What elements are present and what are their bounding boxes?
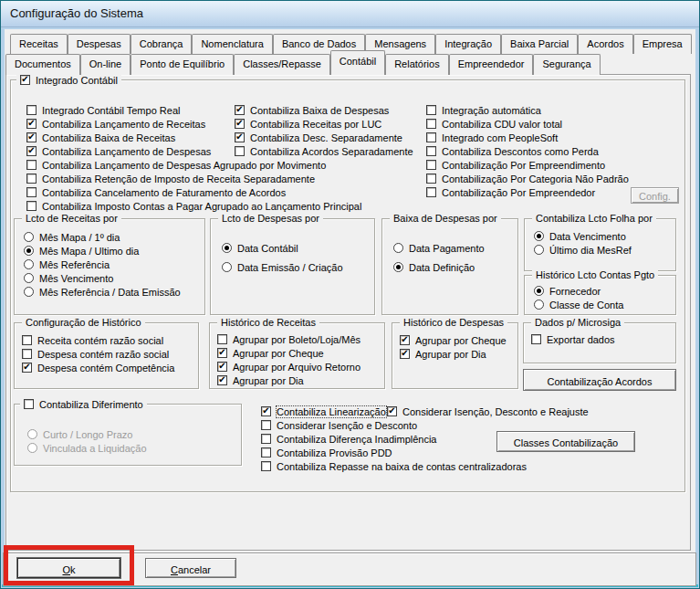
checkbox-icon — [26, 132, 37, 142]
tab-cobranca[interactable]: Cobrança — [131, 34, 193, 54]
option-label: Contabiliza Baixa de Despesas — [250, 105, 389, 116]
radio-icon — [24, 259, 34, 269]
checkbox-icon — [261, 447, 271, 458]
option-label: Mês Mapa / Ultimo dia — [39, 246, 139, 257]
ok-button[interactable]: Ok — [17, 558, 120, 578]
option-label: Contabiliza Cancelamento de Faturamento … — [42, 187, 286, 198]
radio-icon — [534, 231, 544, 241]
tab-classes-repasse[interactable]: Classes/Repasse — [234, 54, 330, 75]
group-configuracao-historico: Configuração de Histórico Receita contém… — [14, 322, 199, 389]
checkbox-icon — [426, 174, 436, 184]
radio-mes-referencia-data-emissao[interactable]: Mês Referência / Data Emissão — [24, 285, 181, 299]
checkbox-icon — [26, 160, 37, 170]
checkbox-contabilizacao-por-categoria-nao-padrao[interactable]: Contabilização Por Categoria Não Padrão — [426, 172, 629, 185]
tab-despesas[interactable]: Despesas — [68, 34, 131, 54]
tab-contabil[interactable]: Contábil — [330, 50, 385, 75]
checkbox-agrupar-por-dia[interactable]: Agrupar por Dia — [217, 373, 360, 387]
radio-data-emissao-criacao[interactable]: Data Emissão / Criação — [222, 260, 343, 274]
tab-empresa[interactable]: Empresa — [633, 34, 692, 54]
radio-icon — [393, 262, 403, 272]
radio-mes-mapa-ultimo-dia[interactable]: Mês Mapa / Ultimo dia — [24, 244, 181, 258]
checkbox-contabiliza-lancamento-de-despesas-agrupado-por-movimento[interactable]: Contabiliza Lançamento de Despesas Agrup… — [26, 158, 361, 172]
option-label: Contabiliza Diferença Inadimplência — [277, 434, 436, 445]
classes-contabilizacao-button[interactable]: Classes Contabilização — [496, 431, 635, 452]
option-label: Despesa contém razão social — [37, 349, 169, 360]
checkbox-integrado-com-peoplesoft[interactable]: Integrado com PeopleSoft — [426, 131, 629, 144]
checkbox-icon — [22, 363, 32, 373]
titlebar[interactable]: Configuração do Sistema — [1, 1, 699, 27]
checkbox-contabiliza-retencao-de-imposto-de-receita-separadamente[interactable]: Contabiliza Retenção de Imposto de Recei… — [26, 172, 361, 185]
radio-mes-vencimento[interactable]: Mês Vencimento — [24, 271, 181, 285]
radio-data-definicao[interactable]: Data Definição — [393, 260, 485, 274]
option-label: Contabiliza Linearização — [277, 406, 386, 417]
checkbox-contabiliza-repasse-na-baixa-de-contas-centralizadoras[interactable]: Contabiliza Repasse na baixa de contas c… — [261, 459, 527, 473]
radio-mes-mapa-1-dia[interactable]: Mês Mapa / 1º dia — [24, 230, 181, 244]
checkbox-contabiliza-baixa-de-despesas[interactable]: Contabiliza Baixa de Despesas — [235, 103, 413, 117]
radio-fornecedor[interactable]: Fornecedor — [534, 284, 623, 298]
tab-nomenclatura[interactable]: Nomenclatura — [192, 34, 272, 54]
tab-empreendedor[interactable]: Empreendedor — [449, 54, 534, 75]
option-label: Contabilização Por Empreendedor — [442, 187, 595, 198]
checkbox-despesa-contem-competencia[interactable]: Despesa contém Competência — [22, 361, 174, 374]
radio-data-pagamento[interactable]: Data Pagamento — [393, 241, 485, 255]
tab-baixa-parcial[interactable]: Baixa Parcial — [501, 34, 578, 54]
checkbox-contabiliza-diferimento[interactable]: Contabiliza Diferimento — [24, 397, 143, 411]
radio-ultimo-dia-mesref[interactable]: Último dia MesRef — [534, 243, 632, 257]
checkbox-icon — [261, 461, 271, 471]
radio-vinculada-a-liquidacao: Vinculada a Liquidação — [27, 441, 147, 455]
checkbox-contabiliza-imposto-contas-a-pagar-agrupado-ao-lancamento-principal[interactable]: Contabiliza Imposto Contas a Pagar Agrup… — [26, 199, 361, 213]
checkbox-contabiliza-provisao-pdd[interactable]: Contabiliza Provisão PDD — [261, 446, 527, 459]
tab-on-line[interactable]: On-line — [80, 54, 131, 75]
checkbox-receita-contem-razao-social[interactable]: Receita contém razão social — [22, 333, 174, 347]
tab-receitas[interactable]: Receitas — [10, 34, 68, 54]
tab-integracao[interactable]: Integração — [435, 34, 501, 54]
group-historico-despesas: Histórico de Despesas Agrupar por Cheque… — [392, 322, 518, 389]
option-label: Contabiliza Acordos Separadamente — [250, 146, 413, 157]
tab-ponto-de-equilibrio[interactable]: Ponto de Equilíbrio — [131, 54, 234, 75]
checkbox-contabiliza-receitas-por-luc[interactable]: Contabiliza Receitas por LUC — [235, 117, 413, 131]
lcto-receitas-options: Mês Mapa / 1º diaMês Mapa / Ultimo diaMê… — [24, 230, 181, 299]
cancel-button[interactable]: Cancelar — [145, 558, 236, 578]
radio-classe-de-conta[interactable]: Classe de Conta — [534, 298, 623, 311]
checkbox-considerar-isencao-desconto-e-reajuste[interactable]: Considerar Isenção, Desconto e Reajuste — [387, 405, 589, 418]
checkbox-contabiliza-descontos-como-perda[interactable]: Contabiliza Descontos como Perda — [426, 144, 629, 158]
checkbox-integracao-automatica[interactable]: Integração automática — [426, 103, 629, 117]
tab-acordos[interactable]: Acordos — [578, 34, 632, 54]
baixa-despesas-options: Data PagamentoData Definição — [393, 241, 485, 274]
group-config-historico-title: Configuração de Histórico — [22, 317, 145, 329]
checkbox-agrupar-por-cheque[interactable]: Agrupar por Cheque — [400, 333, 507, 347]
checkbox-contabiliza-diferenca-inadimplencia[interactable]: Contabiliza Diferença Inadimplência — [261, 432, 527, 446]
group-historico-lcto-contas-pgto: Histórico Lcto Contas Pgto FornecedorCla… — [524, 275, 676, 315]
checkbox-contabiliza-cdu-valor-total[interactable]: Contabiliza CDU valor total — [426, 117, 629, 131]
checkbox-exportar-dados[interactable]: Exportar dados — [531, 332, 615, 346]
option-label: Mês Mapa / 1º dia — [39, 232, 120, 243]
tab-relatorios[interactable]: Relatórios — [385, 54, 449, 75]
group-dados-microsiga: Dados p/ Microsiga Exportar dados — [523, 322, 676, 363]
checkbox-contabiliza-desc-separadamente[interactable]: Contabiliza Desc. Separadamente — [235, 131, 413, 144]
radio-data-vencimento[interactable]: Data Vencimento — [534, 229, 632, 243]
tab-documentos[interactable]: Documentos — [5, 54, 80, 75]
tab-seguranca[interactable]: Segurança — [533, 54, 600, 75]
checkbox-agrupar-por-dia[interactable]: Agrupar por Dia — [400, 347, 507, 361]
radio-icon — [27, 429, 37, 439]
checkbox-contabilizacao-por-empreendedor[interactable]: Contabilização Por Empreendedor — [426, 185, 629, 199]
option-label: Vinculada a Liquidação — [43, 443, 147, 454]
contabilizacao-acordos-button[interactable]: Contabilização Acordos — [523, 369, 676, 391]
checkbox-contabiliza-cancelamento-de-faturamento-de-acordos[interactable]: Contabiliza Cancelamento de Faturamento … — [26, 185, 361, 199]
checkbox-icon — [387, 406, 397, 416]
checkbox-icon — [261, 434, 271, 444]
checkbox-contabiliza-acordos-separadamente[interactable]: Contabiliza Acordos Separadamente — [235, 144, 413, 158]
checkbox-icon — [22, 349, 32, 359]
radio-mes-referencia[interactable]: Mês Referência — [24, 258, 181, 271]
radio-data-contabil[interactable]: Data Contábil — [222, 241, 343, 255]
checkbox-considerar-isencao-e-desconto[interactable]: Considerar Isenção e Desconto — [261, 418, 527, 432]
checkbox-integrado-contabil[interactable]: Integrado Contábil — [20, 73, 118, 87]
checkbox-agrupar-por-cheque[interactable]: Agrupar por Cheque — [217, 346, 360, 360]
option-label: Integração automática — [442, 105, 541, 116]
checkbox-icon — [426, 187, 436, 197]
checkbox-agrupar-por-boleto-loja-mes[interactable]: Agrupar por Boleto/Loja/Mês — [217, 332, 360, 346]
checkbox-contabilizacao-por-empreendimento[interactable]: Contabilização Por Empreendimento — [426, 158, 629, 172]
option-label: Contabiliza Lançamento de Despesas Agrup… — [42, 160, 326, 171]
checkbox-agrupar-por-arquivo-retorno[interactable]: Agrupar por Arquivo Retorno — [217, 360, 360, 373]
checkbox-despesa-contem-razao-social[interactable]: Despesa contém razão social — [22, 347, 174, 361]
